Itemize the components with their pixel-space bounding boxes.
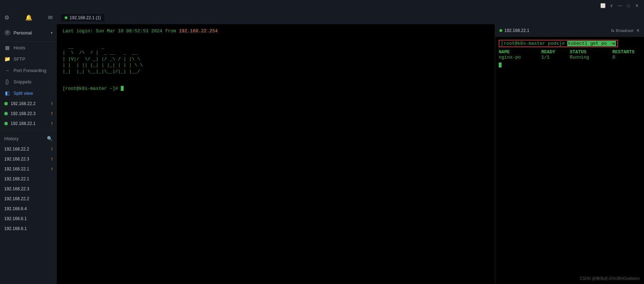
history-search-icon[interactable]: 🔍 (47, 136, 53, 141)
table-header-row: NAME READY STATUS RESTARTS AGE (499, 49, 640, 55)
host-status-dot-2 (4, 112, 8, 115)
main-layout: ⚙ 🔔 ✉ P Personal ▾ ▦ Hosts 📁 SFTP → Port… (0, 11, 644, 284)
row-ready: 1/1 (541, 55, 570, 60)
history-exclaim-2: ! (51, 167, 53, 171)
right-prompt: [root@k8s-master pods]# (501, 41, 567, 46)
history-ip-8: 192.168.6.1 (4, 226, 27, 231)
personal-chevron: ▾ (51, 31, 53, 35)
broadcast-label: Broadcast (616, 28, 633, 33)
host-exclaim-1: ! (51, 102, 53, 106)
snippets-icon: {} (4, 79, 10, 84)
history-item-5[interactable]: 192.168.22.2 (0, 194, 57, 204)
host-status-dot-3 (4, 122, 8, 125)
terminal-tabs: 192.168.22.1 (1) (57, 11, 644, 24)
history-item-2[interactable]: 192.168.22.1 ! (0, 164, 57, 174)
row-name: nginx-po (499, 55, 541, 60)
sidebar: ⚙ 🔔 ✉ P Personal ▾ ▦ Hosts 📁 SFTP → Port… (0, 11, 57, 284)
terminals-split: Last login: Sun Mar 10 08:52:53 2024 fro… (57, 24, 644, 284)
terminal-right-header: 192.168.22.1 ⇆ Broadcast ✕ (495, 24, 644, 37)
bell-icon[interactable]: 🔔 (25, 14, 32, 21)
personal-section: P Personal ▾ (0, 24, 57, 42)
host-item-2[interactable]: 192.168.22.3 ! (0, 109, 57, 119)
right-command: kubectl get po -w (567, 41, 616, 46)
split-view-icon: ◧ (4, 90, 10, 96)
right-close-button[interactable]: ✕ (636, 28, 640, 33)
maximize-button[interactable]: □ (626, 3, 631, 9)
settings-icon[interactable]: ⚙ (4, 14, 9, 21)
terminal-left[interactable]: Last login: Sun Mar 10 08:52:53 2024 fro… (57, 24, 495, 284)
history-ip-3: 192.168.22.1 (4, 176, 29, 181)
sidebar-divider (0, 130, 57, 130)
history-item-7[interactable]: 192.168.6.1 (0, 214, 57, 224)
nav-split-view[interactable]: ◧ Split view (0, 87, 57, 99)
terminal-tab-label: 192.168.22.1 (1) (70, 15, 101, 20)
port-forwarding-icon: → (4, 67, 10, 73)
left-prompt-line: [root@k8s-master ~]# (63, 86, 489, 91)
host-item-3[interactable]: 192.168.22.1 ! (0, 119, 57, 129)
nav-snippets[interactable]: {} Snippets (0, 76, 57, 87)
right-tab-label: 192.168.22.1 (504, 28, 529, 33)
nav-hosts[interactable]: ▦ Hosts (0, 42, 57, 53)
host-exclaim-3: ! (51, 121, 53, 126)
row-status: Running (570, 55, 612, 60)
right-cursor-line (499, 62, 640, 67)
nav-port-forwarding-label: Port Forwarding (13, 68, 46, 73)
tab-status-dot (65, 16, 67, 19)
history-item-4[interactable]: 192.168.22.3 (0, 184, 57, 194)
history-header: History 🔍 (0, 133, 57, 144)
left-cursor (121, 86, 124, 91)
history-ip-0: 192.168.22.2 (4, 147, 29, 152)
col-status: STATUS (570, 49, 612, 55)
ascii-art: __ _ | \ /\ / | _ __ _ __ | |V|/ \/ _| |… (63, 37, 489, 81)
nav-sftp[interactable]: 📁 SFTP (0, 53, 57, 65)
history-label: History (4, 136, 18, 141)
history-ip-1: 192.168.22.3 (4, 157, 29, 162)
host-status-dot-1 (4, 102, 8, 105)
right-prompt-line: [root@k8s-master pods]# kubectl get po -… (499, 40, 618, 47)
right-cursor (499, 62, 502, 67)
history-exclaim-0: ! (51, 147, 53, 151)
host-ip-3: 192.168.22.1 (11, 121, 36, 126)
history-item-1[interactable]: 192.168.22.3 ! (0, 154, 57, 164)
personal-header[interactable]: P Personal ▾ (0, 27, 57, 39)
right-tab[interactable]: 192.168.22.1 (499, 28, 529, 33)
host-item-1[interactable]: 192.168.22.2 ! (0, 99, 57, 109)
history-ip-4: 192.168.22.3 (4, 186, 29, 191)
host-exclaim-2: ! (51, 111, 53, 116)
sidebar-top-icons: ⚙ 🔔 ✉ (0, 11, 57, 24)
history-item-6[interactable]: 192.168.6.4 (0, 204, 57, 214)
host-ip-1: 192.168.22.2 (11, 101, 36, 106)
history-ip-7: 192.168.6.1 (4, 216, 27, 221)
minimize-button[interactable]: — (617, 3, 623, 9)
personal-label: Personal (13, 30, 48, 36)
broadcast-button[interactable]: ⇆ Broadcast (611, 28, 633, 33)
chevron-down-icon[interactable]: ∨ (608, 3, 614, 9)
left-prompt: [root@k8s-master ~]# (63, 86, 121, 91)
split-pane-icon[interactable]: ⬜ (600, 3, 606, 9)
history-ip-2: 192.168.22.1 (4, 166, 29, 171)
terminal-right-wrapper: 192.168.22.1 ⇆ Broadcast ✕ [root@k8s-mas… (495, 24, 644, 284)
terminal-tab-left[interactable]: 192.168.22.1 (1) (61, 14, 104, 22)
col-ready: READY (541, 49, 570, 55)
close-button[interactable]: ✕ (634, 3, 640, 9)
terminal-table: NAME READY STATUS RESTARTS AGE nginx-po … (499, 49, 640, 60)
col-restarts: RESTARTS (612, 49, 644, 55)
col-name: NAME (499, 49, 541, 55)
sftp-icon: 📁 (4, 56, 10, 62)
login-text-prefix: Last login: Sun Mar 10 08:52:53 2024 fro… (63, 28, 179, 34)
personal-avatar: P (4, 29, 11, 36)
title-bar: ⬜ ∨ — □ ✕ (0, 0, 644, 11)
history-ip-5: 192.168.22.2 (4, 196, 29, 201)
nav-port-forwarding[interactable]: → Port Forwarding (0, 65, 57, 76)
compose-icon[interactable]: ✉ (48, 14, 53, 21)
history-item-3[interactable]: 192.168.22.1 (0, 174, 57, 184)
history-item-0[interactable]: 192.168.22.2 ! (0, 144, 57, 154)
watermark: CSDN @鲍海超-GNUBHCkalitarro (580, 276, 640, 281)
broadcast-icon: ⇆ (611, 28, 614, 33)
history-item-8[interactable]: 192.168.6.1 (0, 224, 57, 234)
terminal-right[interactable]: [root@k8s-master pods]# kubectl get po -… (495, 37, 644, 284)
login-line: Last login: Sun Mar 10 08:52:53 2024 fro… (63, 28, 489, 34)
content-area: 192.168.22.1 (1) Last login: Sun Mar 10 … (57, 11, 644, 284)
host-ip-2: 192.168.22.3 (11, 111, 36, 116)
nav-split-view-label: Split view (13, 91, 33, 96)
